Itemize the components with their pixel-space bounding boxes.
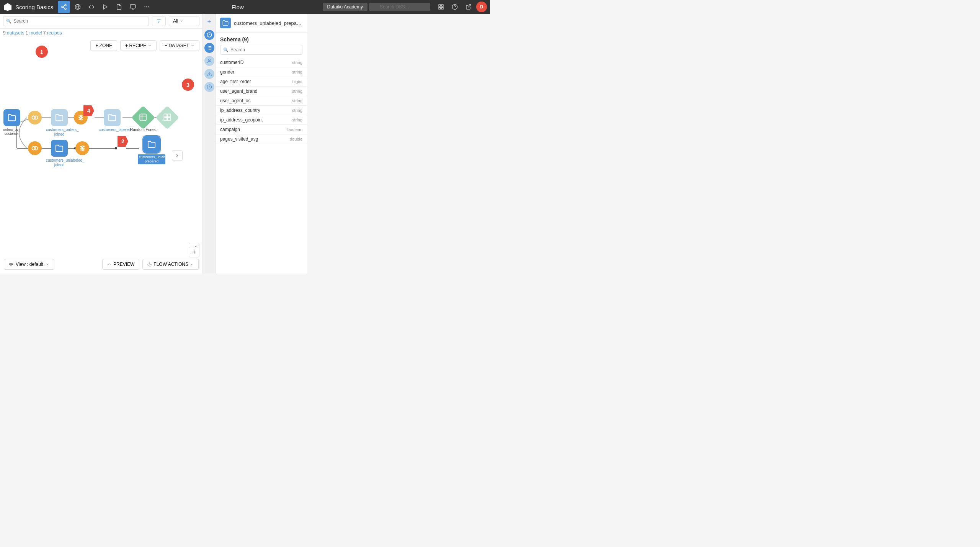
schema-field-type: double <box>290 137 302 141</box>
external-link-icon-btn[interactable] <box>462 1 475 13</box>
bottom-right-btns: PREVIEW FLOW ACTIONS <box>102 259 199 270</box>
model-link[interactable]: model <box>29 30 42 36</box>
dataset-icon <box>220 18 231 28</box>
schema-row: age_first_orderbigint <box>216 77 307 87</box>
nav-search-input[interactable] <box>369 3 430 11</box>
add-zone-btn[interactable]: + ZONE <box>90 40 117 51</box>
badge-2[interactable]: 2 <box>118 136 128 147</box>
grid-icon-btn[interactable] <box>435 1 447 13</box>
schema-field-type: string <box>292 89 302 93</box>
arrow-right-btn[interactable] <box>172 150 183 161</box>
customers-labeled-icon[interactable] <box>104 109 121 126</box>
recipes-link[interactable]: recipes <box>47 30 62 36</box>
random-forest-node[interactable]: Random Forest <box>130 109 157 132</box>
customers-orders-joined-icon[interactable] <box>51 109 68 126</box>
document-icon-btn[interactable] <box>113 1 125 13</box>
datasets-link[interactable]: datasets <box>7 30 24 36</box>
svg-point-12 <box>145 7 145 7</box>
schema-search-input[interactable] <box>220 45 302 55</box>
preview-btn[interactable]: PREVIEW <box>102 259 139 270</box>
schema-field-type: string <box>292 60 302 65</box>
join-recipe-2[interactable] <box>28 141 42 155</box>
share-icon-btn[interactable] <box>58 1 70 13</box>
download-btn[interactable] <box>204 69 214 79</box>
svg-point-61 <box>34 147 38 150</box>
schema-field-name: ip_address_geopoint <box>220 117 263 123</box>
join-recipe-1-icon[interactable] <box>28 111 42 124</box>
svg-point-70 <box>82 149 83 151</box>
search-input-wrap: 🔍 <box>3 16 149 26</box>
filter-dropdown[interactable]: All <box>169 16 199 26</box>
customers-unlabeled-prepared-label: customers_unlabeled_prepared <box>138 154 165 164</box>
svg-rect-18 <box>441 7 443 9</box>
customers-labeled-node[interactable]: customers_labeled <box>99 109 126 132</box>
svg-point-1 <box>65 4 66 6</box>
top-navigation: Scoring Basics Flow Dataiku Academy 🔍 <box>0 0 490 14</box>
zoom-in-btn[interactable]: + <box>189 247 199 257</box>
project-name: Scoring Basics <box>15 4 53 10</box>
schema-table: customerIDstringgenderstringage_first_or… <box>216 58 307 274</box>
info-btn[interactable] <box>204 30 214 40</box>
orders-by-customer-label: orders_by_customer <box>3 128 20 136</box>
customers-unlabeled-prepared-node[interactable]: customers_unlabeled_prepared <box>138 136 165 164</box>
badge-1[interactable]: 1 <box>36 46 48 58</box>
right-icons-panel: + <box>203 14 215 274</box>
presentation-icon-btn[interactable] <box>127 1 139 13</box>
svg-rect-9 <box>131 5 136 8</box>
svg-marker-0 <box>4 3 11 11</box>
dataiku-logo[interactable] <box>3 2 12 11</box>
schema-search-icon: 🔍 <box>223 47 229 52</box>
model-output-node[interactable] <box>159 109 176 126</box>
user-avatar[interactable]: D <box>476 2 487 12</box>
view-select[interactable]: 👁 View : default <box>4 259 54 270</box>
flow-label: Flow <box>232 4 244 10</box>
flow-search-input[interactable] <box>3 16 149 26</box>
schema-field-name: customerID <box>220 60 243 65</box>
svg-marker-8 <box>104 5 107 9</box>
eye-icon: 👁 <box>9 262 13 267</box>
customers-unlabeled-prepared-icon[interactable] <box>143 136 160 153</box>
filter-btn[interactable] <box>152 16 166 26</box>
svg-rect-16 <box>441 5 443 7</box>
orders-by-customer-node[interactable]: orders_by_customer <box>3 109 20 136</box>
customers-unlabeled-joined-node[interactable]: customers_unlabeled_joined <box>46 140 73 167</box>
play-icon-btn[interactable] <box>99 1 111 13</box>
clock-btn[interactable] <box>204 82 214 92</box>
dataiku-academy-btn[interactable]: Dataiku Academy <box>323 3 368 11</box>
customers-labeled-label: customers_labeled <box>99 128 126 132</box>
schema-field-name: campaign <box>220 127 240 132</box>
svg-point-14 <box>148 7 149 7</box>
schema-field-type: string <box>292 118 302 122</box>
schema-field-name: user_agent_os <box>220 98 250 103</box>
right-panel: customers_unlabeled_prepared Schema (9) … <box>215 14 307 274</box>
orders-by-customer-icon[interactable] <box>3 109 20 126</box>
add-node-btn[interactable]: + <box>204 17 214 27</box>
svg-point-46 <box>34 116 38 120</box>
globe-icon-btn[interactable] <box>72 1 84 13</box>
schema-search-wrap: 🔍 <box>220 45 302 55</box>
person-btn[interactable] <box>204 56 214 66</box>
add-recipe-btn[interactable]: + RECIPE <box>120 40 157 51</box>
flow-actions-btn[interactable]: FLOW ACTIONS <box>142 259 199 270</box>
svg-rect-15 <box>439 5 441 7</box>
join-recipe-1[interactable] <box>28 111 42 124</box>
schema-field-name: ip_address_country <box>220 108 260 113</box>
svg-point-73 <box>149 264 150 265</box>
help-icon-btn[interactable] <box>449 1 461 13</box>
customers-unlabeled-joined-icon[interactable] <box>51 140 68 157</box>
badge-4[interactable]: 4 <box>83 105 94 116</box>
more-icon-btn[interactable] <box>140 1 153 13</box>
customers-orders-joined-node[interactable]: customers_orders_joined <box>46 109 73 137</box>
prepare-recipe-2[interactable] <box>75 141 89 155</box>
flow-canvas[interactable]: 1 orders_by_customer cus <box>0 37 203 274</box>
schema-row: campaignboolean <box>216 125 307 134</box>
code-icon-btn[interactable] <box>85 1 98 13</box>
list-btn[interactable] <box>204 43 214 53</box>
content-area: 🔍 All 9 datasets 1 model 7 recipes <box>0 14 490 274</box>
add-dataset-btn[interactable]: + DATASET <box>160 40 199 51</box>
right-panel-header: customers_unlabeled_prepared <box>216 14 307 33</box>
svg-line-5 <box>63 5 65 7</box>
badge-3[interactable]: 3 <box>182 79 194 91</box>
svg-point-55 <box>80 119 82 120</box>
svg-rect-59 <box>168 117 171 120</box>
